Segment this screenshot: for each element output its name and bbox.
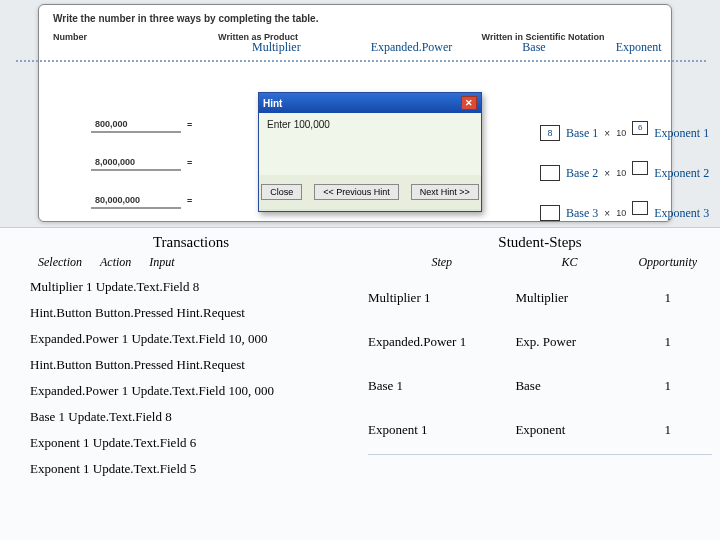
step-kc: Exponent	[515, 422, 623, 438]
times-symbol: ×	[604, 128, 610, 139]
step-name: Expanded.Power 1	[368, 334, 515, 350]
steps-headers: Step KC Opportunity	[368, 255, 712, 270]
base1-label: Base 1	[566, 126, 598, 141]
transactions-title: Transactions	[30, 234, 352, 251]
number-value-2: 8,000,000	[91, 155, 181, 171]
exp3-label: Exponent 3	[654, 206, 709, 221]
expanded-label: Expanded.Power	[371, 40, 453, 55]
tx-row: Exponent 1 Update.Text.Field 6	[30, 430, 352, 456]
exp3-input[interactable]	[632, 201, 648, 215]
step-row: Multiplier 1 Multiplier 1	[368, 276, 712, 320]
sci-row-2: Base 2 × 10 Exponent 2	[540, 162, 709, 184]
tx-row: Multiplier 1 Update.Text.Field 8	[30, 274, 352, 300]
step-kc: Multiplier	[515, 290, 623, 306]
tx-h-action: Action	[100, 255, 131, 270]
col-number: Number	[53, 32, 173, 42]
ten-label: 10	[616, 168, 626, 178]
number-row-2: 8,000,000 =	[91, 155, 192, 171]
exp1-input[interactable]: 6	[632, 121, 648, 135]
number-value-1: 800,000	[91, 117, 181, 133]
sci-row-3: Base 3 × 10 Exponent 3	[540, 202, 709, 224]
times-symbol: ×	[604, 168, 610, 179]
hint-next-button[interactable]: Next Hint >>	[411, 184, 479, 200]
dotted-divider	[16, 60, 706, 62]
step-opp: 1	[624, 378, 712, 394]
number-row-1: 800,000 =	[91, 117, 192, 133]
steps-divider	[368, 454, 712, 455]
sci-row-1: 8 Base 1 × 10 6 Exponent 1	[540, 122, 709, 144]
multiplier-label: Multiplier	[252, 40, 301, 55]
step-row: Exponent 1 Exponent 1	[368, 408, 712, 452]
scientific-fields: 8 Base 1 × 10 6 Exponent 1 Base 2 × 10 E…	[540, 122, 709, 224]
step-kc: Exp. Power	[515, 334, 623, 350]
hint-button-row: Close << Previous Hint Next Hint >>	[259, 175, 481, 209]
ten-label: 10	[616, 208, 626, 218]
close-icon[interactable]: ✕	[461, 96, 477, 110]
step-name: Exponent 1	[368, 422, 515, 438]
tx-h-selection: Selection	[38, 255, 82, 270]
transactions-section: Transactions Selection Action Input Mult…	[0, 228, 360, 540]
hint-body: Enter 100,000	[259, 113, 481, 175]
base3-input[interactable]	[540, 205, 560, 221]
tx-row: Hint.Button Button.Pressed Hint.Request	[30, 300, 352, 326]
tx-row: Base 1 Update.Text.Field 8	[30, 404, 352, 430]
exponent-label: Exponent	[616, 40, 662, 55]
step-row: Expanded.Power 1 Exp. Power 1	[368, 320, 712, 364]
steps-title: Student-Steps	[368, 234, 712, 251]
hint-titlebar[interactable]: Hint ✕	[259, 93, 481, 113]
base2-label: Base 2	[566, 166, 598, 181]
step-opp: 1	[624, 422, 712, 438]
base-label: Base	[522, 40, 545, 55]
base2-input[interactable]	[540, 165, 560, 181]
hint-title-text: Hint	[263, 98, 282, 109]
step-name: Multiplier 1	[368, 290, 515, 306]
number-value-3: 80,000,000	[91, 193, 181, 209]
number-row-3: 80,000,000 =	[91, 193, 192, 209]
tx-row: Hint.Button Button.Pressed Hint.Request	[30, 352, 352, 378]
tx-h-input: Input	[149, 255, 174, 270]
ten-label: 10	[616, 128, 626, 138]
steps-h-opp: Opportunity	[624, 255, 712, 270]
exp2-label: Exponent 2	[654, 166, 709, 181]
exp1-label: Exponent 1	[654, 126, 709, 141]
instruction-text: Write the number in three ways by comple…	[53, 13, 657, 24]
hint-close-button[interactable]: Close	[261, 184, 302, 200]
equals: =	[187, 120, 192, 130]
exp2-input[interactable]	[632, 161, 648, 175]
steps-section: Student-Steps Step KC Opportunity Multip…	[360, 228, 720, 540]
top-labels: Multiplier Expanded.Power Base Exponent	[252, 40, 662, 55]
step-name: Base 1	[368, 378, 515, 394]
equals: =	[187, 158, 192, 168]
tx-row: Exponent 1 Update.Text.Field 5	[30, 456, 352, 482]
base1-input[interactable]: 8	[540, 125, 560, 141]
step-row: Base 1 Base 1	[368, 364, 712, 408]
bottom-tables: Transactions Selection Action Input Mult…	[0, 228, 720, 540]
equals: =	[187, 196, 192, 206]
tx-headers: Selection Action Input	[30, 255, 352, 270]
tx-row: Expanded.Power 1 Update.Text.Field 10, 0…	[30, 326, 352, 352]
base3-label: Base 3	[566, 206, 598, 221]
times-symbol: ×	[604, 208, 610, 219]
step-kc: Base	[515, 378, 623, 394]
steps-h-kc: KC	[515, 255, 623, 270]
tx-row: Expanded.Power 1 Update.Text.Field 100, …	[30, 378, 352, 404]
exercise-panel: Write the number in three ways by comple…	[0, 0, 720, 228]
step-opp: 1	[624, 334, 712, 350]
step-opp: 1	[624, 290, 712, 306]
hint-dialog: Hint ✕ Enter 100,000 Close << Previous H…	[258, 92, 482, 212]
hint-prev-button[interactable]: << Previous Hint	[314, 184, 399, 200]
steps-h-step: Step	[368, 255, 515, 270]
